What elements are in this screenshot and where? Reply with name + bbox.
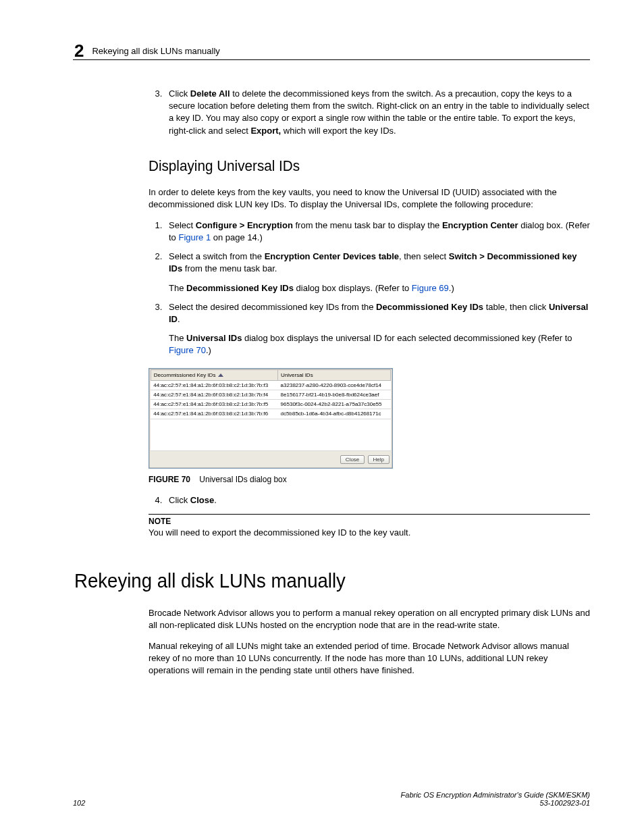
close-button[interactable]: Close <box>340 455 365 464</box>
figure-70-link[interactable]: Figure 70 <box>169 345 206 355</box>
step-2-sub: The Decommissioned Key IDs dialog box di… <box>169 282 590 294</box>
text: Select <box>169 220 196 230</box>
text: The <box>169 283 186 293</box>
close-label: Close <box>190 495 214 505</box>
table-row[interactable]: 44:ac:c2:57:e1:84:a1:2b:6f:03:b8:c2:1d:3… <box>151 400 390 409</box>
text: from the menu task bar. <box>182 263 277 273</box>
universal-ids-table: Decommissioned Key IDs Universal IDs 44:… <box>151 369 391 451</box>
table-row[interactable]: 44:ac:c2:57:e1:84:a1:2b:6f:03:b8:c2:1d:3… <box>151 409 390 419</box>
dialog-name: Decommissioned Key IDs <box>186 283 294 293</box>
text: dialog box displays. (Refer to <box>294 283 412 293</box>
page-header: 2 Rekeying all disk LUNs manually <box>74 41 590 61</box>
page-number: 102 <box>73 799 85 807</box>
text: table, then click <box>483 302 549 312</box>
figure-number: FIGURE 70 <box>149 475 190 484</box>
figure-1-link[interactable]: Figure 1 <box>178 232 211 242</box>
text: dialog box displays the universal ID for… <box>242 333 572 343</box>
text: Click <box>169 88 190 99</box>
text: . <box>178 314 180 324</box>
procedure-list: Select Configure > Encryption from the m… <box>149 219 590 357</box>
table-name: Encryption Center Devices table <box>265 251 399 261</box>
note-label: NOTE <box>149 516 590 527</box>
text: The <box>169 333 186 343</box>
menu-path: Configure > Encryption <box>196 220 293 230</box>
key-id-cell: 44:ac:c2:57:e1:84:a1:2b:6f:03:b8:c2:1d:3… <box>151 400 277 409</box>
step-1: Select Configure > Encryption from the m… <box>165 219 590 244</box>
table-name: Decommissioned Key IDs <box>376 302 483 312</box>
table-row[interactable]: 44:ac:c2:57:e1:84:a1:2b:6f:03:b8:c2:1d:3… <box>151 380 390 390</box>
procedure-list-continued: Click Close. <box>149 494 590 506</box>
sort-asc-icon <box>218 373 223 377</box>
step-2: Select a switch from the Encryption Cent… <box>165 251 590 294</box>
table-row[interactable]: 44:ac:c2:57:e1:84:a1:2b:6f:03:b8:c2:1d:3… <box>151 390 390 399</box>
text: on page 14.) <box>211 232 263 242</box>
table-empty-area <box>151 419 390 450</box>
chapter-number: 2 <box>74 41 84 61</box>
dialog-name: Encryption Center <box>442 220 518 230</box>
key-id-cell: 44:ac:c2:57:e1:84:a1:2b:6f:03:b8:c2:1d:3… <box>151 390 277 399</box>
col-decommissioned-key-ids[interactable]: Decommissioned Key IDs <box>151 369 277 380</box>
uuid-cell: 8e156177-bf21-4b19-b0e8-fbd624ce3aef <box>278 390 391 399</box>
text: Select a switch from the <box>169 251 265 261</box>
page-footer: 102 Fabric OS Encryption Administrator's… <box>73 791 590 807</box>
prior-step-list: Click Delete All to delete the decommiss… <box>149 88 590 137</box>
part-number: 53-1002923-01 <box>401 799 590 807</box>
export-label: Export, <box>250 126 281 136</box>
text: .) <box>206 345 211 355</box>
text: .) <box>449 283 454 293</box>
text: Select the desired decommissioned key ID… <box>169 302 376 312</box>
key-id-cell: 44:ac:c2:57:e1:84:a1:2b:6f:03:b8:c2:1d:3… <box>151 380 277 390</box>
figure-title: Universal IDs dialog box <box>199 475 286 484</box>
delete-all-label: Delete All <box>190 88 230 99</box>
note-text: You will need to export the decommission… <box>149 527 590 539</box>
header-rule <box>73 59 590 60</box>
body-paragraph: Manual rekeying of all LUNs might take a… <box>149 640 590 677</box>
figure-69-link[interactable]: Figure 69 <box>412 283 449 293</box>
running-title: Rekeying all disk LUNs manually <box>92 46 219 56</box>
step-4: Click Close. <box>165 494 590 506</box>
text: , then select <box>399 251 449 261</box>
universal-ids-dialog: Decommissioned Key IDs Universal IDs 44:… <box>149 368 393 469</box>
body-paragraph: Brocade Network Advisor allows you to pe… <box>149 607 590 631</box>
help-button[interactable]: Help <box>368 455 390 464</box>
prior-step-3: Click Delete All to delete the decommiss… <box>165 88 590 137</box>
col-label: Decommissioned Key IDs <box>154 372 216 378</box>
book-title: Fabric OS Encryption Administrator's Gui… <box>401 791 590 799</box>
text: from the menu task bar to display the <box>293 220 442 230</box>
main-heading: Rekeying all disk LUNs manually <box>74 567 549 595</box>
text: which will export the key IDs. <box>281 126 396 136</box>
uuid-cell: a3238237-a280-4220-8903-cce4de78cf14 <box>278 380 391 390</box>
step-3: Select the desired decommissioned key ID… <box>165 301 590 357</box>
uuid-cell: 96530f3c-0024-42b2-8221-a75a37c30e55 <box>278 400 391 409</box>
section-heading: Displaying Universal IDs <box>149 156 564 177</box>
figure-70: Decommissioned Key IDs Universal IDs 44:… <box>149 368 590 469</box>
figure-caption: FIGURE 70 Universal IDs dialog box <box>149 474 590 486</box>
text: Click <box>169 495 190 505</box>
note-rule <box>149 514 590 515</box>
text: . <box>214 495 217 505</box>
intro-paragraph: In order to delete keys from the key vau… <box>149 186 590 211</box>
step-3-sub: The Universal IDs dialog box displays th… <box>169 332 590 357</box>
col-universal-ids[interactable]: Universal IDs <box>278 369 391 380</box>
dialog-name: Universal IDs <box>186 333 242 343</box>
key-id-cell: 44:ac:c2:57:e1:84:a1:2b:6f:03:b8:c2:1d:3… <box>151 409 277 419</box>
uuid-cell: dc5b85cb-1d6a-4b34-afbc-d8b41268171c <box>278 409 391 419</box>
dialog-button-row: Close Help <box>149 451 392 468</box>
